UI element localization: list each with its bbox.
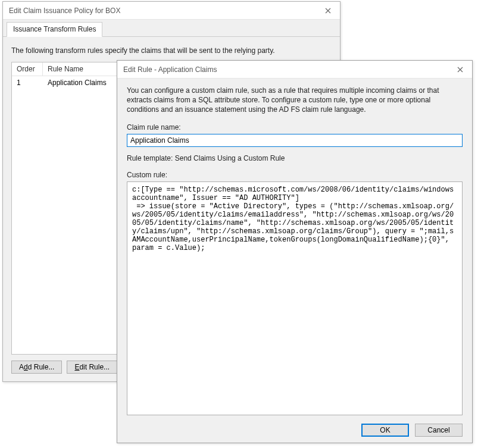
add-rule-button[interactable]: Add Rule... [11, 361, 62, 374]
policy-intro: The following transform rules specify th… [11, 46, 332, 55]
dialog-footer: OK Cancel [127, 415, 463, 437]
tabstrip: Issuance Transform Rules [3, 20, 340, 37]
close-icon[interactable] [316, 2, 340, 20]
claim-rule-name-label: Claim rule name: [127, 123, 463, 131]
edit-rule-titlebar: Edit Rule - Application Claims [117, 61, 472, 79]
edit-rule-description: You can configure a custom claim rule, s… [127, 86, 463, 115]
close-icon[interactable] [448, 61, 472, 79]
tab-issuance-transform-rules[interactable]: Issuance Transform Rules [7, 22, 102, 37]
edit-rule-button[interactable]: Edit Rule... [67, 361, 117, 374]
custom-rule-textarea[interactable] [127, 181, 463, 415]
policy-titlebar: Edit Claim Issuance Policy for BOX [3, 2, 340, 20]
rule-template-line: Rule template: Send Claims Using a Custo… [127, 154, 463, 162]
ok-button[interactable]: OK [361, 424, 409, 437]
policy-title: Edit Claim Issuance Policy for BOX [9, 7, 316, 15]
cell-order: 1 [12, 76, 43, 89]
col-order[interactable]: Order [12, 62, 43, 76]
edit-rule-window: Edit Rule - Application Claims You can c… [117, 60, 473, 443]
edit-rule-body: You can configure a custom claim rule, s… [117, 79, 472, 443]
cancel-button[interactable]: Cancel [415, 424, 463, 437]
custom-rule-label: Custom rule: [127, 171, 463, 179]
edit-rule-title: Edit Rule - Application Claims [123, 65, 448, 74]
claim-rule-name-input[interactable] [127, 134, 463, 147]
